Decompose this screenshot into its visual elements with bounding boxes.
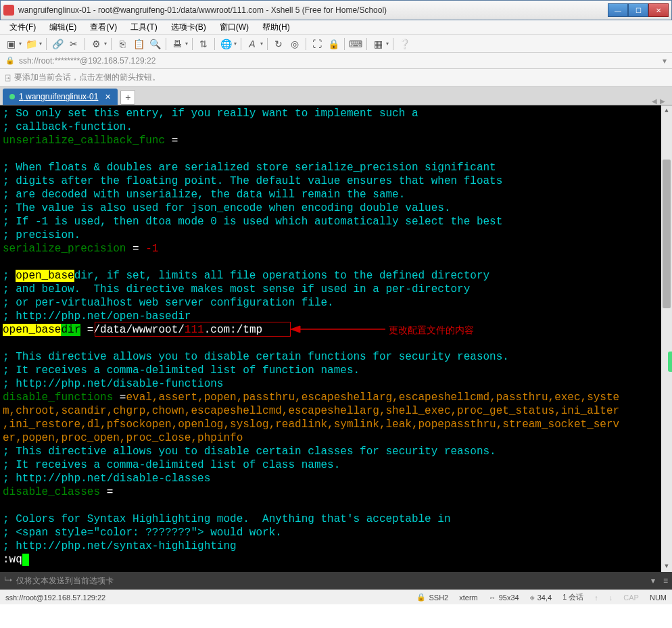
menu-help[interactable]: 帮助(H) — [257, 20, 295, 34]
tab-prev-icon[interactable]: ◀ — [652, 97, 657, 105]
menu-tools[interactable]: 工具(T) — [125, 20, 162, 34]
terminal-content: ; So only set this entry, if you really … — [3, 107, 669, 553]
connect-icon[interactable]: 🔗 — [51, 37, 64, 51]
terminal-line: ; and below. This directive makes most s… — [3, 283, 669, 296]
terminal-line: ; If -1 is used, then dtoa mode 0 is use… — [3, 215, 669, 228]
open-icon[interactable]: 📁 — [24, 37, 38, 51]
terminal-line: ; It receives a comma-delimited list of … — [3, 458, 669, 472]
terminal-line: ; <span style="color: ???????"> would wo… — [3, 526, 669, 539]
input-bar: ⮡ 仅将文本发送到当前选项卡 ▾ ≡ — [0, 572, 672, 589]
fullscreen-icon[interactable]: ⛶ — [310, 37, 324, 51]
cursor — [22, 554, 29, 566]
terminal-line: ; digits after the floating point. The d… — [3, 174, 669, 188]
close-button[interactable]: ✕ — [648, 3, 669, 17]
session-tab[interactable]: 1 wangruifenglinux-01 ✕ — [3, 89, 118, 105]
disconnect-icon[interactable]: ✂ — [67, 37, 80, 51]
terminal-line: ; open_basedir, if set, limits all file … — [3, 269, 669, 283]
transfer-icon[interactable]: ⇅ — [197, 37, 210, 51]
terminal-line: ; Colors for Syntax Highlighting mode. A… — [3, 512, 669, 526]
terminal-line: open_basedir =/data/wwwroot/111.com:/tmp — [3, 323, 669, 337]
tab-index: 1 — [19, 92, 24, 101]
status-num: NUM — [650, 594, 667, 602]
terminal-line — [3, 147, 669, 161]
terminal-line: serialize_precision = -1 — [3, 242, 669, 256]
terminal-line: ; are decoded with unserialize, the data… — [3, 188, 669, 201]
status-cap: CAP — [623, 594, 639, 602]
terminal-line: er,popen,proc_open,proc_close,phpinfo — [3, 431, 669, 445]
input-lines-icon[interactable]: ≡ — [663, 576, 668, 585]
font-icon[interactable]: A — [245, 37, 259, 51]
send-icon[interactable]: ⮡ — [4, 576, 12, 585]
menu-view[interactable]: 查看(V) — [85, 20, 122, 34]
toolbar: ▣▾ 📁▾ 🔗 ✂ ⚙▾ ⎘ 📋 🔍 🖶▾ ⇅ 🌐▾ A▾ ↻ ◎ ⛶ 🔒 ⌨ … — [0, 35, 672, 53]
terminal-line: ; This directive allows you to disable c… — [3, 445, 669, 458]
terminal-line: disable_functions =eval,assert,popen,pas… — [3, 391, 669, 404]
terminal-line: unserialize_callback_func = — [3, 134, 669, 147]
minimize-button[interactable]: — — [608, 3, 628, 17]
layout-icon[interactable]: ▦ — [371, 37, 385, 51]
terminal-line: ; So only set this entry, if you really … — [3, 107, 669, 120]
tab-next-icon[interactable]: ▶ — [660, 97, 665, 105]
print-icon[interactable]: 🖶 — [170, 37, 184, 51]
menu-tabs[interactable]: 选项卡(B) — [166, 20, 212, 34]
terminal-line: ; This directive allows you to disable c… — [3, 350, 669, 364]
properties-icon[interactable]: ⚙ — [89, 37, 103, 51]
globe-icon[interactable]: 🌐 — [219, 37, 233, 51]
refresh-icon[interactable]: ↻ — [272, 37, 285, 51]
status-dot-icon — [9, 94, 15, 99]
terminal-line: ; The value is also used for json_encode… — [3, 201, 669, 215]
input-dropdown-icon[interactable]: ▾ — [651, 576, 655, 585]
window-controls: — ☐ ✕ — [608, 3, 669, 17]
scroll-down-icon[interactable]: ▼ — [661, 561, 672, 572]
tab-nav: ◀ ▶ — [652, 97, 669, 105]
terminal-line: ; or per-virtualhost web server configur… — [3, 296, 669, 310]
scroll-thumb[interactable] — [663, 160, 671, 308]
menu-file[interactable]: 文件(F) — [4, 20, 41, 34]
maximize-button[interactable]: ☐ — [628, 3, 648, 17]
target-icon[interactable]: ◎ — [288, 37, 302, 51]
info-text: 要添加当前会话，点击左侧的箭头按钮。 — [14, 72, 160, 83]
secure-icon: 🔒 — [5, 56, 15, 65]
tabbar: 1 wangruifenglinux-01 ✕ + ◀ ▶ — [0, 87, 672, 105]
terminal-line: m,chroot,scandir,chgrp,chown,escapeshell… — [3, 404, 669, 418]
titlebar: wangruifenglinux-01 - root@wangruifeng-0… — [0, 0, 672, 20]
status-protocol: 🔒 SSH2 — [416, 593, 448, 602]
paste-icon[interactable]: 📋 — [132, 37, 145, 51]
side-badge — [668, 352, 672, 372]
terminal-line: ; callback-function. — [3, 120, 669, 134]
address-dropdown-icon[interactable]: ▾ — [663, 56, 667, 66]
status-connection: ssh://root@192.168.57.129:22 — [5, 594, 105, 602]
terminal-line: ; When floats & doubles are serialized s… — [3, 161, 669, 174]
menu-edit[interactable]: 编辑(E) — [44, 20, 82, 34]
copy-icon[interactable]: ⎘ — [116, 37, 129, 51]
terminal-line: ; http://php.net/syntax-highlighting — [3, 539, 669, 553]
help-icon[interactable]: ❔ — [398, 37, 411, 51]
info-bar: ⍈ 要添加当前会话，点击左侧的箭头按钮。 — [0, 69, 672, 87]
add-tab-button[interactable]: + — [120, 90, 135, 105]
menubar: 文件(F) 编辑(E) 查看(V) 工具(T) 选项卡(B) 窗口(W) 帮助(… — [0, 20, 672, 35]
address-url[interactable]: ssh://root:********@192.168.57.129:22 — [19, 56, 663, 66]
terminal-line: ; precision. — [3, 228, 669, 242]
status-down-icon: ↓ — [609, 594, 613, 602]
scroll-up-icon[interactable]: ▲ — [661, 105, 672, 116]
tab-close-icon[interactable]: ✕ — [105, 93, 111, 101]
terminal-line: ; http://php.net/disable-functions — [3, 377, 669, 391]
status-position: ⎆ 34,4 — [530, 594, 552, 602]
status-term: xterm — [459, 594, 478, 602]
input-placeholder[interactable]: 仅将文本发送到当前选项卡 — [16, 575, 647, 587]
status-up-icon: ↑ — [594, 594, 598, 602]
search-icon[interactable]: 🔍 — [148, 37, 162, 51]
terminal[interactable]: ; So only set this entry, if you really … — [0, 105, 672, 572]
menu-window[interactable]: 窗口(W) — [214, 20, 254, 34]
terminal-line: ,ini_restore,dl,pfsockopen,openlog,syslo… — [3, 418, 669, 431]
terminal-line: ; http://php.net/disable-classes — [3, 472, 669, 485]
keyboard-icon[interactable]: ⌨ — [349, 37, 362, 51]
terminal-line: ; http://php.net/open-basedir — [3, 310, 669, 323]
lock-icon[interactable]: 🔒 — [327, 37, 340, 51]
address-bar: 🔒 ssh://root:********@192.168.57.129:22 … — [0, 53, 672, 69]
new-icon[interactable]: ▣ — [4, 37, 18, 51]
terminal-line: ; It receives a comma-delimited list of … — [3, 364, 669, 377]
terminal-line — [3, 337, 669, 350]
terminal-scrollbar[interactable]: ▲ ▼ — [661, 105, 672, 572]
bookmark-icon[interactable]: ⍈ — [5, 73, 10, 82]
